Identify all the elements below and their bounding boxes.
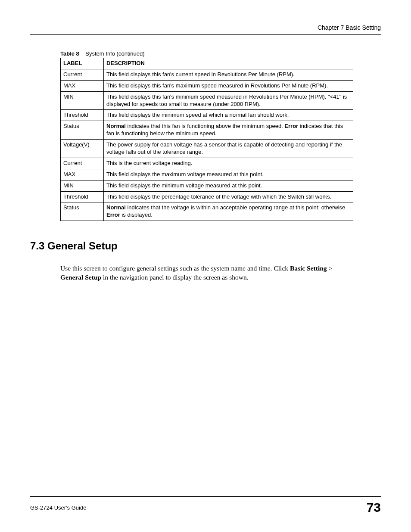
table-row: MAXThis field displays the maximum volta… [61,169,353,180]
para-text: > [327,264,333,272]
table-caption: Table 8 System Info (continued) [60,50,381,57]
col-description: DESCRIPTION [104,58,353,69]
desc-bold: Error [106,212,120,218]
row-label: MAX [61,80,104,91]
row-description: This field displays the percentage toler… [104,191,353,202]
desc-bold: Normal [106,123,126,129]
row-description: This field displays this fan's minimum s… [104,91,353,110]
footer-guide-title: GS-2724 User's Guide [30,504,86,511]
row-label: Status [61,121,104,140]
row-label: Current [61,69,104,80]
table-row: CurrentThis is the current voltage readi… [61,158,353,169]
para-text: in the navigation panel to display the s… [101,274,248,281]
section-heading: 7.3 General Setup [30,240,381,252]
nav-general-setup: General Setup [60,274,101,281]
table-title: System Info (continued) [85,50,144,57]
para-text: Use this screen to configure general set… [60,264,290,272]
desc-text: indicates that this fan is functioning a… [126,123,285,129]
page-header: Chapter 7 Basic Setting [30,24,381,35]
desc-bold: Error [284,123,298,129]
row-label: MIN [61,91,104,110]
col-label: LABEL [61,58,104,69]
row-label: Current [61,158,104,169]
row-description: Normal indicates that this fan is functi… [104,121,353,140]
row-label: Voltage(V) [61,140,104,158]
table-header-row: LABEL DESCRIPTION [61,58,353,69]
table-row: MINThis field displays the minimum volta… [61,180,353,191]
desc-bold: Normal [106,204,126,211]
table-row: MINThis field displays this fan's minimu… [61,91,353,110]
row-label: MAX [61,169,104,180]
row-description: This field displays this fan's maximum s… [104,80,353,91]
row-description: Normal indicates that the voltage is wit… [104,202,353,221]
page-footer: GS-2724 User's Guide 73 [30,496,381,515]
table-number: Table 8 [60,50,79,57]
table-row: ThresholdThis field displays the minimum… [61,110,353,121]
section-paragraph: Use this screen to configure general set… [60,264,353,282]
row-description: The power supply for each voltage has a … [104,140,353,158]
table-row: StatusNormal indicates that this fan is … [61,121,353,140]
row-description: This is the current voltage reading. [104,158,353,169]
row-description: This field displays the maximum voltage … [104,169,353,180]
row-label: MIN [61,180,104,191]
row-label: Threshold [61,191,104,202]
row-description: This field displays the minimum speed at… [104,110,353,121]
table-row: CurrentThis field displays this fan's cu… [61,69,353,80]
footer-page-number: 73 [367,500,381,515]
table-row: StatusNormal indicates that the voltage … [61,202,353,221]
row-label: Threshold [61,110,104,121]
table-row: ThresholdThis field displays the percent… [61,191,353,202]
row-label: Status [61,202,104,221]
desc-text: is displayed. [120,212,153,218]
page-content: Table 8 System Info (continued) LABEL DE… [30,35,381,496]
table-row: Voltage(V)The power supply for each volt… [61,140,353,158]
row-description: This field displays the minimum voltage … [104,180,353,191]
desc-text: indicates that the voltage is within an … [126,204,345,211]
system-info-table: LABEL DESCRIPTION CurrentThis field disp… [60,58,353,221]
row-description: This field displays this fan's current s… [104,69,353,80]
table-row: MAXThis field displays this fan's maximu… [61,80,353,91]
nav-basic-setting: Basic Setting [290,264,327,272]
chapter-label: Chapter 7 Basic Setting [318,24,381,31]
